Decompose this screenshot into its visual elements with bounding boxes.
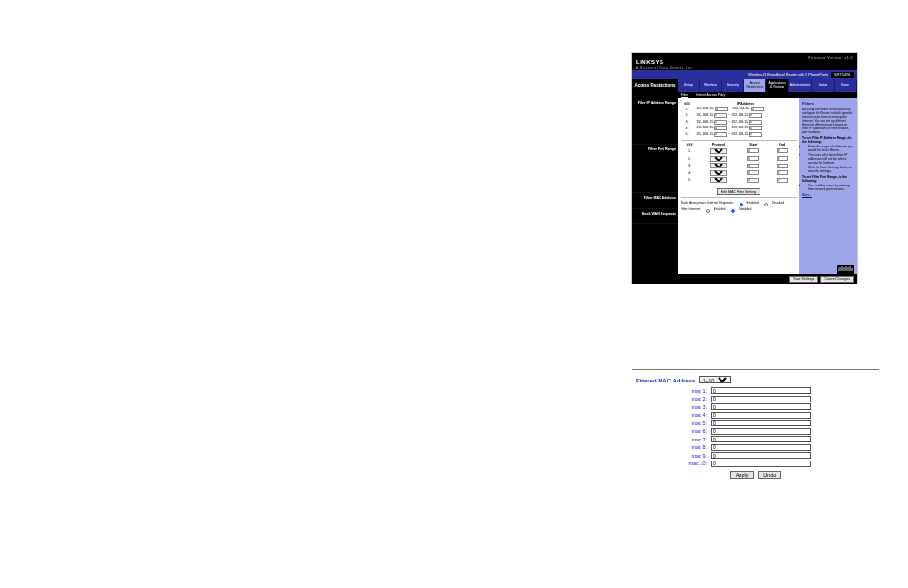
- help-section-ip: To set Filter IP Address Range, do the f…: [802, 136, 854, 144]
- table-row: mac 3:: [636, 403, 879, 410]
- undo-button[interactable]: Undo: [758, 471, 781, 479]
- filter-internet-disabled-radio[interactable]: [731, 209, 735, 213]
- help-more-link[interactable]: More...: [802, 193, 812, 197]
- tab-administration[interactable]: Administration: [789, 79, 812, 92]
- mac-input[interactable]: [711, 428, 811, 435]
- port-end-input[interactable]: [777, 156, 788, 161]
- table-row: 1: TCP: [681, 147, 797, 155]
- row-num: 2:: [681, 112, 694, 119]
- brand-subtitle: A Division of Cisco Systems, Inc.: [636, 66, 693, 69]
- tab-voice[interactable]: Voice: [835, 79, 857, 92]
- ip-start-input[interactable]: [714, 126, 727, 130]
- ip-end-input[interactable]: [751, 107, 764, 111]
- mac-label: mac 6:: [636, 428, 711, 434]
- tab-wireless[interactable]: Wireless: [700, 79, 721, 92]
- table-row: 1: 192.168.15. ~ 192.168.15.: [681, 107, 797, 113]
- mac-input[interactable]: [711, 387, 811, 394]
- label-mac: Filter MAC Address: [632, 193, 678, 209]
- mac-input[interactable]: [711, 461, 811, 467]
- ip-end-input[interactable]: [749, 126, 762, 130]
- ip-start-input[interactable]: [714, 132, 727, 137]
- main-panel: ### IP Address 1: 192.168.15. ~ 192.168.…: [678, 98, 799, 274]
- ip-end-input[interactable]: [749, 120, 762, 125]
- protocol-select[interactable]: TCP: [710, 170, 727, 176]
- filter-internet-enabled-radio[interactable]: [706, 209, 710, 213]
- mac-label: mac 5:: [636, 421, 711, 426]
- edit-mac-filter-button[interactable]: Edit MAC Filter Setting: [717, 188, 760, 195]
- list-item: Enter the range of addresses you would l…: [808, 145, 854, 152]
- mac-input[interactable]: [711, 420, 811, 426]
- protocol-select[interactable]: TCP: [710, 163, 727, 168]
- firmware-label: Firmware Version: v1.0: [808, 56, 853, 60]
- mac-input[interactable]: [711, 403, 811, 410]
- table-row: mac 2:: [636, 396, 879, 402]
- port-end-input[interactable]: [777, 178, 788, 183]
- ip-prefix: 192.168.15.: [696, 120, 714, 124]
- ip-start-input[interactable]: [715, 107, 728, 111]
- mac-label: mac 10:: [636, 461, 711, 466]
- port-start-input[interactable]: [747, 178, 759, 183]
- label-block-wan: Block WAN Requests: [632, 209, 678, 224]
- subtab-policy[interactable]: Internet Access Policy: [696, 93, 725, 97]
- ip-end-input[interactable]: [749, 113, 762, 118]
- list-item: The users who have these IP addresses wi…: [808, 153, 854, 165]
- ip-prefix: 192.168.15.: [696, 127, 714, 130]
- table-row: 3: TCP: [681, 162, 797, 169]
- mac-input[interactable]: [711, 396, 811, 402]
- mac-range-select[interactable]: 1~10: [699, 376, 731, 383]
- port-end-input[interactable]: [777, 170, 788, 175]
- mac-input[interactable]: [711, 412, 811, 419]
- mac-label: mac 8:: [636, 444, 711, 450]
- ip-end-input[interactable]: [749, 132, 762, 137]
- row-num: 1:: [681, 107, 694, 113]
- port-start-input[interactable]: [747, 156, 759, 161]
- save-settings-button[interactable]: Save Settings: [789, 276, 818, 283]
- block-wan-disabled-radio[interactable]: [764, 203, 768, 206]
- router-filters-screenshot: LINKSYS A Division of Cisco Systems, Inc…: [632, 53, 857, 284]
- protocol-select[interactable]: TCP: [710, 148, 727, 154]
- protocol-select[interactable]: TCP: [710, 156, 727, 162]
- table-row: mac 8:: [636, 444, 879, 451]
- mac-input[interactable]: [711, 444, 811, 451]
- ip-prefix: 192.168.15.: [731, 113, 749, 117]
- product-bar: Wireless-G Broadband Router with 2 Phone…: [632, 70, 857, 79]
- mac-input[interactable]: [711, 452, 811, 459]
- help-panel: Filters By using the Filters screen, you…: [799, 98, 857, 274]
- tab-applications-gaming[interactable]: Applications & Gaming: [766, 79, 788, 92]
- label-port-range: Filter Port Range: [632, 145, 678, 193]
- divider: [681, 197, 797, 198]
- ip-prefix: 192.168.15.: [731, 127, 749, 130]
- label-ip-range: Filter IP Address Range: [632, 98, 678, 145]
- table-row: 4: TCP: [681, 169, 797, 177]
- tab-access-restrictions[interactable]: Access Restrictions: [744, 79, 766, 92]
- mac-rows: mac 1: mac 2: mac 3: mac 4: mac 5: mac 6…: [632, 387, 879, 467]
- table-row: mac 1:: [636, 387, 879, 394]
- table-row: mac 4:: [636, 412, 879, 419]
- port-end-input[interactable]: [777, 148, 788, 153]
- ip-start-input[interactable]: [714, 113, 727, 118]
- tab-security[interactable]: Security: [722, 79, 744, 92]
- port-start-input[interactable]: [747, 170, 759, 175]
- mac-label: mac 4:: [636, 412, 711, 418]
- block-wan-enabled-radio[interactable]: [740, 203, 743, 206]
- table-row: 5: TCP: [681, 177, 797, 185]
- enabled-label: Enabled: [747, 202, 759, 206]
- table-row: 3: 192.168.15. ~ 192.168.15.: [681, 119, 797, 126]
- tab-status[interactable]: Status: [812, 79, 834, 92]
- protocol-select[interactable]: TCP: [710, 177, 727, 183]
- port-start-input[interactable]: [747, 164, 759, 168]
- mac-input[interactable]: [711, 436, 811, 442]
- cancel-changes-button[interactable]: Cancel Changes: [820, 276, 854, 283]
- ip-prefix: 192.168.15.: [696, 113, 714, 117]
- subtab-filter[interactable]: Filter: [681, 93, 688, 98]
- mac-buttons: Apply Undo: [632, 471, 879, 479]
- port-end-input[interactable]: [777, 164, 788, 168]
- help-title: Filters: [802, 101, 854, 106]
- row-num: 1:: [681, 147, 699, 155]
- tab-setup[interactable]: Setup: [678, 79, 700, 92]
- port-filter-table: ### Protocol Start End 1: TCP 2: TCP: [681, 143, 797, 185]
- apply-button[interactable]: Apply: [730, 471, 755, 479]
- ip-start-input[interactable]: [714, 120, 727, 125]
- help-list: You can filter users by entering their n…: [808, 184, 854, 191]
- port-start-input[interactable]: [747, 148, 759, 153]
